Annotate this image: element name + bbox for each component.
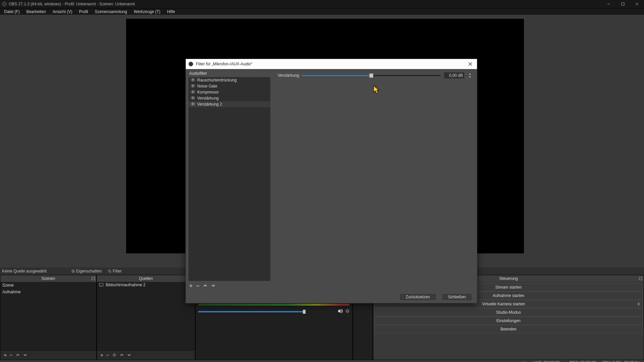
svg-point-45 <box>192 85 194 86</box>
vcam-settings-button[interactable] <box>635 300 643 308</box>
gain-spinner <box>468 72 472 78</box>
svg-line-12 <box>72 272 72 273</box>
status-live: LIVE: 00:00:00 <box>533 360 559 362</box>
move-down-button[interactable] <box>127 353 131 358</box>
dialog-close-button[interactable] <box>464 59 477 69</box>
gain-slider[interactable] <box>302 73 441 78</box>
source-properties-button[interactable] <box>112 353 117 358</box>
remove-source-button[interactable]: − <box>106 352 109 358</box>
no-source-label: Keine Quelle ausgewählt <box>2 269 47 274</box>
app-icon <box>189 62 193 66</box>
dialog-title: Filter für „Mikrofon-/AUX-Audio“ <box>196 62 252 66</box>
menu-file[interactable]: Datei (F) <box>1 8 23 15</box>
gain-value-input[interactable]: 0,00 dB <box>444 72 464 78</box>
move-filter-down-button[interactable] <box>211 283 216 289</box>
move-up-button[interactable] <box>119 353 124 358</box>
svg-line-29 <box>346 310 347 310</box>
menu-help[interactable]: Hilfe <box>164 8 178 15</box>
svg-point-18 <box>113 354 115 356</box>
remove-scene-button[interactable]: − <box>9 352 12 358</box>
speaker-icon[interactable] <box>338 309 343 314</box>
svg-point-24 <box>346 310 348 312</box>
scenes-toolbar: + − <box>0 351 96 360</box>
audio-meter <box>198 303 350 306</box>
add-source-button[interactable]: + <box>100 352 103 358</box>
filter-item[interactable]: Noise Gate <box>189 83 270 89</box>
display-capture-icon <box>99 283 104 287</box>
remove-filter-button[interactable]: − <box>196 283 200 290</box>
menu-profile[interactable]: Profil <box>75 8 91 15</box>
svg-point-34 <box>638 303 639 305</box>
dialog-titlebar[interactable]: Filter für „Mikrofon-/AUX-Audio“ <box>186 59 477 69</box>
detach-icon[interactable] <box>92 277 95 281</box>
eye-icon[interactable] <box>191 84 195 88</box>
gain-label: Verstärkung <box>278 73 299 78</box>
detach-icon[interactable] <box>639 277 642 281</box>
window-controls <box>602 0 644 8</box>
svg-rect-15 <box>92 277 95 280</box>
window-titlebar: OBS 27.1.3 (64-bit, windows) - Profil: U… <box>0 0 644 8</box>
filter-item[interactable]: Verstärkung 2 <box>189 101 270 107</box>
menu-edit[interactable]: Bearbeiten <box>23 8 49 15</box>
audio-settings-button[interactable] <box>345 309 350 314</box>
add-filter-button[interactable]: + <box>189 283 193 290</box>
gear-icon <box>71 269 75 273</box>
source-item[interactable]: Bildschirmaufnahme 2 <box>97 282 195 288</box>
eye-icon[interactable] <box>191 96 195 101</box>
sources-list[interactable]: Bildschirmaufnahme 2 <box>97 282 195 351</box>
svg-marker-53 <box>469 76 471 78</box>
spin-up-button[interactable] <box>468 72 472 75</box>
svg-point-49 <box>192 97 194 99</box>
scenes-dock: Szenen Szene Aufnahme + − <box>0 275 97 360</box>
scene-item[interactable]: Szene <box>0 282 96 289</box>
scene-item[interactable]: Aufnahme <box>0 289 96 295</box>
filter-section-title: Audiofilter <box>186 69 273 77</box>
svg-point-14 <box>109 271 111 273</box>
filter-item[interactable]: Kompressor <box>189 89 270 95</box>
close-button[interactable] <box>630 0 644 8</box>
scenes-header: Szenen <box>0 275 96 282</box>
svg-line-9 <box>72 270 72 270</box>
svg-line-11 <box>74 270 74 270</box>
properties-button[interactable]: Eigenschaften <box>69 268 104 274</box>
filter-properties-pane: Verstärkung 0,00 dB <box>273 69 477 291</box>
svg-line-31 <box>348 310 349 310</box>
filter-item[interactable]: Rauschunterdrückung <box>189 77 270 83</box>
move-filter-up-button[interactable] <box>203 283 208 289</box>
menu-scene-collection[interactable]: Szenensammlung <box>92 8 130 15</box>
settings-button[interactable]: Einstellungen <box>374 317 643 325</box>
eye-icon[interactable] <box>191 102 195 107</box>
svg-marker-23 <box>338 309 340 313</box>
minimize-button[interactable] <box>602 0 616 8</box>
scenes-list[interactable]: Szene Aufnahme <box>0 282 96 351</box>
svg-rect-33 <box>639 277 642 280</box>
status-cpu: CPU: 0.7%, 60.00 fps <box>602 360 641 362</box>
move-up-button[interactable] <box>15 353 20 358</box>
move-down-button[interactable] <box>23 353 28 358</box>
menu-tools[interactable]: Werkzeuge (T) <box>130 8 164 15</box>
dialog-footer: Zurücksetzen Schließen <box>186 291 477 303</box>
svg-line-10 <box>74 272 74 273</box>
filter-list[interactable]: Rauschunterdrückung Noise Gate Kompresso… <box>189 77 270 281</box>
maximize-button[interactable] <box>616 0 630 8</box>
filter-icon <box>108 269 112 273</box>
filter-button[interactable]: Filter <box>106 268 124 274</box>
eye-icon[interactable] <box>191 78 195 82</box>
sources-header: Quellen <box>97 275 195 282</box>
statusbar: LIVE: 00:00:00 REC: 00:00:00 CPU: 0.7%, … <box>0 360 644 362</box>
sources-toolbar: + − <box>97 351 195 360</box>
svg-point-51 <box>192 103 194 105</box>
eye-icon[interactable] <box>191 90 195 95</box>
menu-view[interactable]: Ansicht (V) <box>49 8 76 15</box>
svg-rect-1 <box>622 3 624 5</box>
filter-toolbar: + − <box>186 281 273 291</box>
spin-down-button[interactable] <box>468 75 472 78</box>
filter-item[interactable]: Verstärkung <box>189 95 270 101</box>
volume-slider[interactable] <box>198 311 336 312</box>
close-dialog-button[interactable]: Schließen <box>442 293 472 301</box>
reset-button[interactable]: Zurücksetzen <box>399 293 436 301</box>
add-scene-button[interactable]: + <box>4 352 7 358</box>
studio-mode-button[interactable]: Studio-Modus <box>374 308 643 316</box>
svg-marker-52 <box>469 73 471 75</box>
exit-button[interactable]: Beenden <box>374 325 643 333</box>
